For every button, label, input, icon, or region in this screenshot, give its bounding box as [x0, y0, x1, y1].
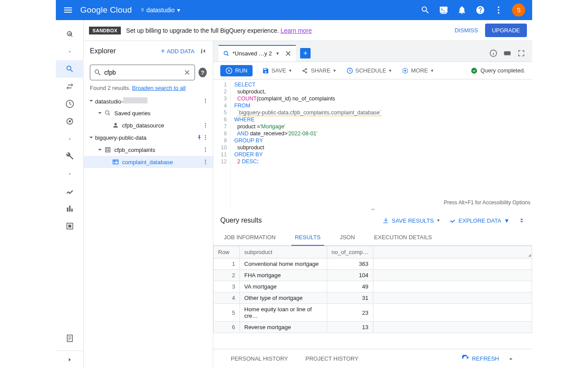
col-subproduct[interactable]: subproduct — [240, 246, 327, 258]
project-history-tab[interactable]: PROJECT HISTORY — [305, 355, 358, 362]
svg-point-38 — [472, 68, 477, 73]
hamburger-icon[interactable] — [63, 5, 73, 15]
download-icon — [382, 217, 389, 224]
tree-public-data[interactable]: bigquery-public-data — [84, 131, 213, 144]
dismiss-button[interactable]: DISMISS — [455, 27, 478, 34]
tab-job-information[interactable]: JOB INFORMATION — [220, 230, 279, 245]
tree-dataset[interactable]: cfpb_complaints — [84, 144, 213, 156]
fullscreen-icon[interactable] — [517, 49, 525, 57]
rail-dot2-icon[interactable]: ● — [56, 130, 84, 148]
save-results-button[interactable]: SAVE RESULTS ▼ — [382, 217, 440, 224]
rail-dot1-icon[interactable]: ● — [56, 43, 84, 60]
col-empty: ◢ — [373, 246, 532, 258]
expand-collapse-icon[interactable] — [518, 217, 525, 224]
search-results-text: Found 2 results. Broaden search to all — [84, 83, 213, 95]
keyboard-icon[interactable] — [503, 49, 511, 57]
project-selector[interactable]: ⠿ datastudio ▾ — [141, 7, 181, 14]
table-row[interactable]: 5 Home equity loan or line of cre… 23 — [214, 304, 532, 322]
rail-bigquery-icon[interactable] — [56, 20, 84, 43]
rail-dot3-icon[interactable]: ● — [56, 165, 84, 182]
broaden-search-link[interactable]: Broaden search to all — [132, 85, 186, 91]
table-row[interactable]: 3 VA mortgage 49 — [214, 281, 532, 292]
rail-expand-icon[interactable] — [56, 351, 84, 368]
search-input[interactable] — [104, 69, 181, 76]
table-row[interactable]: 6 Reverse mortgage 13 — [214, 322, 532, 333]
learn-more-link[interactable]: Learn more — [280, 27, 312, 34]
info-icon[interactable] — [489, 49, 497, 57]
tab-json[interactable]: JSON — [336, 230, 359, 245]
tab-results[interactable]: RESULTS — [291, 230, 324, 246]
pin-icon[interactable] — [196, 134, 202, 141]
editor-code[interactable]: SELECT subproduct, COUNT(complaint_id) n… — [231, 79, 532, 207]
tree-datasource-label: cfpb_datasource — [122, 122, 202, 129]
tree-project[interactable]: datastudio- — [84, 95, 213, 107]
rail-transfer-icon[interactable] — [56, 78, 84, 95]
rail-notes-icon[interactable] — [56, 330, 84, 347]
cell-count: 104 — [327, 270, 373, 281]
refresh-button[interactable]: REFRESH — [462, 355, 499, 363]
cloud-shell-icon[interactable] — [439, 5, 448, 15]
cell-subproduct: Home equity loan or line of cre… — [240, 304, 327, 322]
svg-point-10 — [205, 100, 206, 101]
more-vert-icon[interactable] — [494, 5, 503, 15]
tree-datasource[interactable]: cfpb_datasource — [84, 119, 213, 131]
tree-more-icon[interactable] — [202, 147, 209, 153]
explorer-title: Explorer — [90, 47, 161, 55]
cell-count: 363 — [327, 258, 373, 270]
tab-execution-details[interactable]: EXECUTION DETAILS — [371, 230, 436, 245]
tree-more-icon[interactable] — [202, 98, 209, 104]
tree-table[interactable]: complaint_database — [84, 156, 213, 168]
tree-more-icon[interactable] — [202, 134, 209, 141]
search-icon[interactable] — [420, 5, 430, 15]
search-box[interactable] — [90, 65, 195, 80]
share-button[interactable]: SHARE▼ — [302, 67, 337, 74]
rail-wrench-icon[interactable] — [56, 148, 84, 165]
close-tab-icon[interactable]: ✕ — [285, 49, 291, 58]
table-row[interactable]: 4 Other type of mortgage 31 — [214, 292, 532, 304]
avatar[interactable]: S — [512, 3, 525, 17]
help-icon[interactable] — [475, 5, 485, 15]
rail-bars-icon[interactable] — [56, 200, 84, 217]
rail-search-icon[interactable] — [56, 60, 84, 78]
clear-search-icon[interactable] — [183, 69, 191, 76]
col-row[interactable]: Row — [214, 246, 240, 258]
col-count[interactable]: no_of_comp… — [327, 246, 373, 258]
save-button[interactable]: SAVE▼ — [262, 67, 292, 74]
run-button[interactable]: RUN — [220, 65, 253, 76]
svg-rect-7 — [68, 225, 72, 228]
rail-history-icon[interactable] — [56, 95, 84, 113]
svg-point-9 — [205, 99, 206, 100]
query-tab[interactable]: *Unsaved …y 2 ▼ ✕ — [219, 45, 296, 62]
table-row[interactable]: 1 Conventional home mortgage 363 — [214, 258, 532, 270]
upgrade-button[interactable]: UPGRADE — [485, 24, 527, 37]
sql-editor[interactable]: 123456789101112 SELECT subproduct, COUNT… — [213, 79, 532, 207]
query-tab-icon — [223, 50, 230, 57]
explore-data-button[interactable]: EXPLORE DATA ▼ — [449, 217, 509, 224]
notifications-icon[interactable] — [457, 5, 467, 15]
new-tab-button[interactable]: + — [300, 48, 311, 58]
more-button[interactable]: MORE▼ — [402, 67, 434, 74]
tree-more-icon[interactable] — [202, 159, 209, 165]
row-number: 2 — [214, 270, 240, 281]
svg-point-5 — [69, 120, 71, 123]
table-row[interactable]: 2 FHA mortgage 104 — [214, 270, 532, 281]
tree-saved-queries[interactable]: Saved queries — [84, 107, 213, 119]
tree-more-icon[interactable] — [202, 122, 209, 128]
rail-target-icon[interactable] — [56, 113, 84, 130]
caret-down-icon — [87, 134, 95, 141]
svg-point-1 — [498, 9, 499, 11]
gear-icon — [402, 67, 409, 74]
rail-chart-icon[interactable] — [56, 182, 84, 200]
personal-history-tab[interactable]: PERSONAL HISTORY — [231, 355, 288, 362]
cell-count: 49 — [327, 281, 373, 292]
drag-handle[interactable]: ━ — [213, 207, 532, 211]
schedule-button[interactable]: SCHEDULE▼ — [346, 67, 393, 74]
expand-history-icon[interactable] — [507, 355, 515, 363]
tab-caret-icon[interactable]: ▼ — [275, 51, 280, 56]
add-data-button[interactable]: +ADD DATA — [161, 47, 195, 55]
tree-project-label: datastudio- — [95, 97, 202, 105]
rail-grid-icon[interactable] — [56, 217, 84, 235]
search-help-icon[interactable]: ? — [198, 68, 207, 77]
collapse-panel-icon[interactable] — [200, 48, 207, 55]
brand-text: Google Cloud — [80, 5, 132, 15]
